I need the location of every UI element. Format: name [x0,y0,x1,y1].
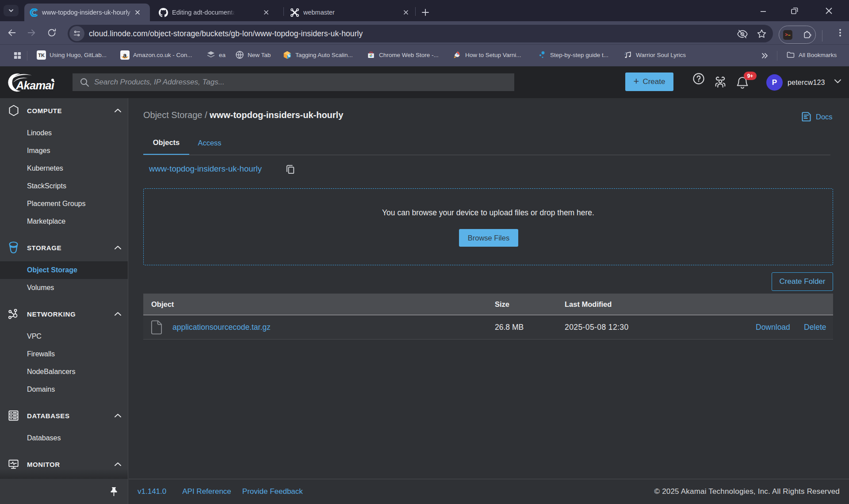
svg-text:Akamai: Akamai [15,79,55,92]
